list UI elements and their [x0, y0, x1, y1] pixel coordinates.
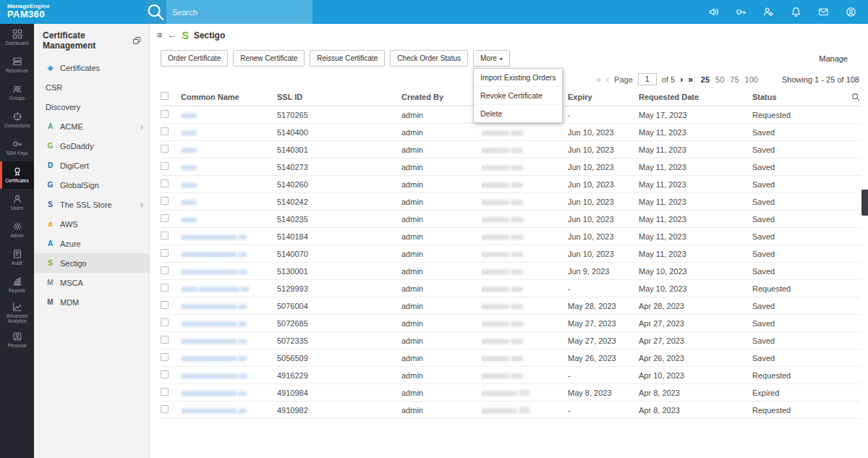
- order-certificate-button[interactable]: Order Certificate: [161, 50, 228, 67]
- row-checkbox[interactable]: [161, 284, 169, 292]
- last-page-icon[interactable]: »: [688, 75, 693, 84]
- page-input[interactable]: [638, 73, 657, 85]
- rail-item-connections[interactable]: Connections: [0, 106, 34, 134]
- rail-item-personal[interactable]: Personal: [0, 326, 34, 354]
- column-header-expiry[interactable]: Expiry: [568, 93, 639, 101]
- back-arrow-icon[interactable]: ←: [168, 30, 177, 40]
- common-name-link[interactable]: xxxx: [181, 111, 277, 119]
- cert-nav-item-aws[interactable]: aAWS: [34, 214, 149, 234]
- key-icon[interactable]: [736, 7, 746, 17]
- row-checkbox[interactable]: [161, 388, 169, 396]
- search-icon[interactable]: [145, 0, 166, 24]
- page-size-50[interactable]: 50: [715, 75, 724, 84]
- rail-item-audit[interactable]: Audit: [0, 244, 34, 271]
- rail-item-ssh-keys[interactable]: SSH Keys: [0, 134, 34, 161]
- more-button[interactable]: More▾: [473, 50, 510, 67]
- rail-item-admin[interactable]: Admin: [0, 216, 34, 244]
- row-checkbox[interactable]: [161, 179, 169, 187]
- row-checkbox[interactable]: [161, 214, 169, 222]
- table-search-icon[interactable]: [851, 92, 861, 102]
- column-header-requested-date[interactable]: Requested Date: [639, 93, 752, 101]
- row-checkbox[interactable]: [161, 301, 169, 309]
- rail-item-groups[interactable]: Groups: [0, 79, 34, 106]
- cert-nav-item-mdm[interactable]: MMDM: [34, 292, 149, 312]
- cert-nav-item-acme[interactable]: AACME›: [34, 116, 149, 136]
- mail-icon[interactable]: [818, 7, 829, 17]
- menu-collapse-icon[interactable]: ≡: [157, 30, 163, 40]
- common-name-link[interactable]: xxxx: [181, 180, 277, 189]
- check-order-status-button[interactable]: Check Order Status: [390, 50, 468, 67]
- profile-icon[interactable]: [846, 7, 856, 17]
- common-name-link[interactable]: xxxx: [181, 198, 277, 206]
- cert-nav-item-csr[interactable]: CSR: [34, 77, 149, 97]
- first-page-icon[interactable]: «: [596, 75, 601, 84]
- rail-item-advanced-analytics[interactable]: Advanced Analytics: [0, 299, 34, 326]
- popout-icon[interactable]: [132, 35, 142, 46]
- rail-item-users[interactable]: Users: [0, 189, 34, 216]
- common-name-link[interactable]: xxxxxxxxxxxxxx.xx: [181, 319, 277, 328]
- search-input[interactable]: [166, 8, 312, 17]
- page-size-25[interactable]: 25: [701, 75, 710, 84]
- row-checkbox[interactable]: [161, 127, 169, 135]
- reissue-certificate-button[interactable]: Reissue Certificate: [310, 50, 385, 67]
- common-name-link[interactable]: xxxxxxxxxxxxxx.xx: [181, 354, 277, 362]
- user-sessions-icon[interactable]: [763, 7, 774, 17]
- common-name-link[interactable]: xxxxxxxxxxxxxx.xx: [181, 371, 277, 380]
- cert-nav-item-certificates[interactable]: ◈Certificates: [34, 58, 149, 77]
- row-checkbox[interactable]: [161, 318, 169, 326]
- row-checkbox[interactable]: [161, 353, 169, 361]
- column-header-status[interactable]: Status: [752, 93, 844, 101]
- row-checkbox[interactable]: [161, 405, 169, 413]
- common-name-link[interactable]: xxxxxxxxxxxxxx.xx: [181, 267, 277, 276]
- column-header-created-by[interactable]: Created By: [401, 93, 481, 101]
- row-checkbox[interactable]: [161, 336, 169, 344]
- row-checkbox[interactable]: [161, 370, 169, 378]
- announcement-icon[interactable]: [708, 7, 719, 17]
- bell-icon[interactable]: [791, 7, 801, 17]
- row-checkbox[interactable]: [161, 162, 169, 170]
- rail-item-reports[interactable]: Reports: [0, 271, 34, 299]
- cert-nav-item-msca[interactable]: MMSCA: [34, 273, 149, 292]
- next-page-icon[interactable]: ›: [680, 75, 683, 84]
- cert-nav-item-digicert[interactable]: DDigiCert: [34, 156, 149, 175]
- cert-nav-item-globalsign[interactable]: GGlobalSign: [34, 175, 149, 195]
- renew-certificate-button[interactable]: Renew Certificate: [233, 50, 305, 67]
- common-name-link[interactable]: xxxxxxxxxxxxxx.xx: [181, 232, 277, 241]
- brand-logo[interactable]: ManageEngine PAM360: [7, 3, 50, 20]
- row-checkbox[interactable]: [161, 110, 169, 118]
- menu-item-revoke-certificate[interactable]: Revoke Certificate: [474, 86, 562, 104]
- column-header-common-name[interactable]: Common Name: [181, 93, 277, 101]
- rail-item-certificates[interactable]: Certificates: [0, 161, 34, 189]
- rail-item-dashboard[interactable]: Dashboard: [0, 24, 34, 51]
- row-checkbox[interactable]: [161, 232, 169, 239]
- common-name-link[interactable]: xxxx: [181, 215, 277, 224]
- common-name-link[interactable]: xxxx: [181, 145, 277, 154]
- row-checkbox[interactable]: [161, 249, 169, 257]
- select-all-checkbox[interactable]: [161, 92, 169, 100]
- cert-nav-item-godaddy[interactable]: GGoDaddy: [34, 136, 149, 156]
- prev-page-icon[interactable]: ‹: [606, 75, 609, 84]
- row-checkbox[interactable]: [161, 197, 169, 205]
- common-name-link[interactable]: xxxx.xxxxxxxxxx.xx: [181, 284, 277, 293]
- common-name-link[interactable]: xxxx: [181, 163, 277, 171]
- column-header-ssl-id[interactable]: SSL ID: [277, 93, 401, 101]
- right-edge-handle[interactable]: [861, 190, 868, 216]
- cert-nav-item-discovery[interactable]: Discovery: [34, 97, 149, 116]
- cert-nav-item-azure[interactable]: AAzure: [34, 234, 149, 253]
- page-size-100[interactable]: 100: [745, 75, 758, 84]
- row-checkbox[interactable]: [161, 266, 169, 274]
- page-size-75[interactable]: 75: [730, 75, 739, 84]
- menu-item-import-existing-orders[interactable]: Import Existing Orders: [474, 69, 562, 86]
- common-name-link[interactable]: xxxxxxxxxxxxxx.xx: [181, 302, 277, 310]
- common-name-link[interactable]: xxxxxxxxxxxxxx.xx: [181, 406, 277, 415]
- common-name-link[interactable]: xxxxxxxxxxxxxx.xx: [181, 389, 277, 397]
- menu-item-delete[interactable]: Delete: [474, 104, 562, 122]
- rail-item-resources[interactable]: Resources: [0, 51, 34, 79]
- row-checkbox[interactable]: [161, 145, 169, 153]
- cert-nav-item-sectigo[interactable]: SSectigo: [34, 253, 149, 273]
- ssl-id-cell: 5076004: [277, 302, 401, 310]
- cert-nav-item-the-ssl-store[interactable]: SThe SSL Store›: [34, 195, 149, 214]
- common-name-link[interactable]: xxxxxxxxxxxxxx.xx: [181, 336, 277, 345]
- common-name-link[interactable]: xxxx: [181, 128, 277, 137]
- common-name-link[interactable]: xxxxxxxxxxxxxx.xx: [181, 250, 277, 258]
